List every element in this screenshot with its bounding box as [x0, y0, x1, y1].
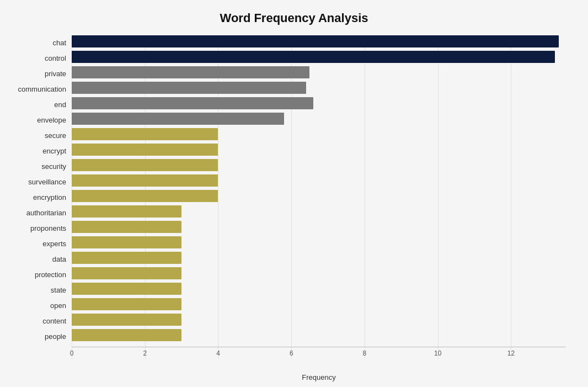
bar-track — [72, 82, 566, 96]
bar — [72, 66, 309, 78]
bar-track — [72, 66, 566, 81]
bar-label: control — [6, 54, 72, 62]
bar-track — [72, 314, 566, 328]
bar-track — [72, 128, 566, 142]
bar-label: state — [6, 286, 72, 294]
bar-label: proponents — [6, 224, 72, 232]
bar-track — [72, 236, 566, 251]
bar — [72, 35, 559, 47]
bar-row: encryption — [72, 190, 566, 204]
bar-row: encrypt — [72, 144, 566, 158]
x-tick: 4 — [216, 349, 220, 357]
bar-chart: chatcontrolprivatecommunicationendenvelo… — [72, 35, 566, 344]
chart-container: Word Frequency Analysis chatcontrolpriva… — [0, 0, 588, 387]
bar — [72, 252, 181, 264]
bar-track — [72, 174, 566, 189]
bar-row: secure — [72, 128, 566, 142]
x-tick: 10 — [434, 349, 441, 357]
bar — [72, 221, 181, 233]
bar-row: authoritarian — [72, 205, 566, 220]
bar-label: envelope — [6, 116, 72, 124]
bar-row: chat — [72, 35, 566, 50]
x-axis: 024681012 — [72, 347, 566, 358]
bar-label: content — [6, 317, 72, 325]
x-tick: 8 — [363, 349, 367, 357]
x-axis-label: Frequency — [72, 373, 566, 381]
bar-row: private — [72, 66, 566, 81]
bar — [72, 298, 181, 310]
bar-track — [72, 97, 566, 112]
bar — [72, 329, 181, 341]
bar-row: experts — [72, 236, 566, 251]
bar-row: end — [72, 97, 566, 112]
bar-track — [72, 35, 566, 50]
bar-row: protection — [72, 267, 566, 282]
bar — [72, 97, 313, 109]
bar-track — [72, 252, 566, 266]
bar-row: proponents — [72, 221, 566, 235]
chart-area: chatcontrolprivatecommunicationendenvelo… — [72, 35, 566, 361]
bar — [72, 113, 284, 125]
bar-track — [72, 267, 566, 282]
bar — [72, 144, 218, 156]
bar-row: communication — [72, 82, 566, 96]
bar-track — [72, 221, 566, 235]
bar-label: secure — [6, 131, 72, 140]
bar-track — [72, 298, 566, 312]
bar-row: content — [72, 314, 566, 328]
bar — [72, 205, 181, 218]
bar — [72, 267, 181, 279]
x-tick: 12 — [507, 349, 515, 357]
bar-track — [72, 51, 566, 65]
bar-track — [72, 329, 566, 343]
bar-track — [72, 159, 566, 173]
bar-track — [72, 283, 566, 297]
x-tick: 6 — [290, 349, 293, 357]
bar — [72, 283, 181, 295]
x-tick: 0 — [70, 349, 74, 357]
bar-track — [72, 205, 566, 220]
bar — [72, 51, 555, 63]
bar-label: open — [6, 301, 72, 310]
bar-label: experts — [6, 240, 72, 248]
bar-row: surveillance — [72, 174, 566, 189]
bar-row: data — [72, 252, 566, 266]
bar-label: security — [6, 162, 72, 171]
bar-label: private — [6, 70, 72, 78]
bar-row: open — [72, 298, 566, 312]
bar — [72, 128, 218, 140]
bar-row: people — [72, 329, 566, 343]
bar-label: communication — [6, 85, 72, 93]
bar-label: people — [6, 332, 72, 341]
x-tick: 2 — [143, 349, 147, 357]
bar-row: state — [72, 283, 566, 297]
bar-label: protection — [6, 271, 72, 279]
bar-track — [72, 113, 566, 127]
bar — [72, 236, 181, 248]
bar-label: authoritarian — [6, 209, 72, 217]
bar-label: end — [6, 100, 72, 109]
chart-title: Word Frequency Analysis — [22, 11, 566, 25]
bar-track — [72, 190, 566, 204]
bar-row: envelope — [72, 113, 566, 127]
bar-label: data — [6, 255, 72, 263]
bar-track — [72, 144, 566, 158]
bar-row: security — [72, 159, 566, 173]
bar — [72, 159, 218, 171]
bar — [72, 314, 181, 326]
bar — [72, 174, 218, 187]
bar-label: encrypt — [6, 147, 72, 155]
bar — [72, 190, 218, 202]
bar-row: control — [72, 51, 566, 65]
bar-label: encryption — [6, 193, 72, 202]
bar-label: chat — [6, 39, 72, 47]
bar — [72, 82, 306, 94]
bar-label: surveillance — [6, 178, 72, 186]
